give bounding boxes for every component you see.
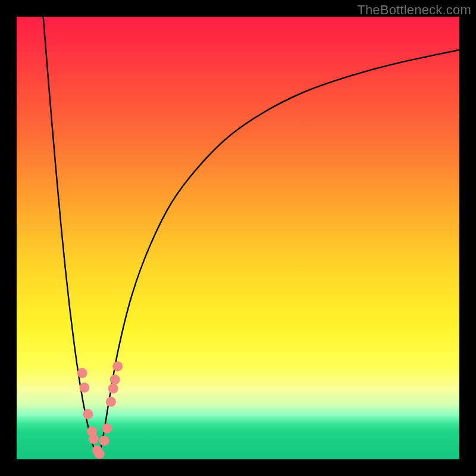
marker-dot [102, 423, 112, 433]
marker-dot [95, 449, 105, 459]
marker-dot [79, 383, 89, 393]
marker-dot [89, 434, 99, 444]
marker-dot [99, 436, 109, 446]
marker-dot [106, 397, 116, 407]
marker-dot [77, 368, 87, 378]
chart-frame: TheBottleneck.com [0, 0, 476, 476]
marker-dot [110, 375, 120, 385]
marker-dot [83, 409, 93, 419]
watermark-text: TheBottleneck.com [357, 2, 471, 18]
marker-dot [108, 383, 118, 393]
right-branch-path [99, 50, 459, 457]
chart-svg [17, 17, 459, 459]
marker-dot [112, 361, 123, 371]
curve-group [43, 17, 459, 457]
